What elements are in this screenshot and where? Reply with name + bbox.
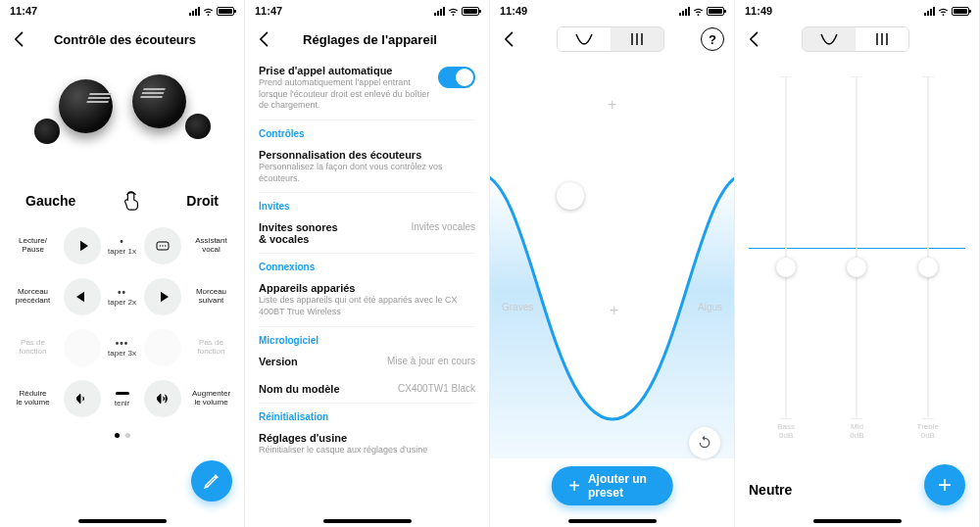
edit-fab[interactable] bbox=[191, 460, 232, 502]
back-icon[interactable] bbox=[500, 29, 519, 49]
bass-label: Graves bbox=[502, 302, 533, 312]
left-tap1-button[interactable] bbox=[64, 227, 101, 264]
plus-mid-icon: + bbox=[610, 302, 618, 319]
seg-sliders-icon bbox=[856, 27, 908, 51]
slider-thumb[interactable] bbox=[776, 258, 796, 277]
slider-thumb[interactable] bbox=[918, 258, 938, 277]
home-indicator[interactable] bbox=[78, 519, 167, 523]
seg-curve-icon bbox=[803, 27, 856, 51]
svg-point-3 bbox=[165, 245, 166, 246]
page-indicator[interactable] bbox=[0, 433, 244, 438]
screen-device-settings: 11:47 Réglages de l'appareil Prise d'app… bbox=[245, 0, 490, 527]
settings-list: Prise d'appel automatique Prend automati… bbox=[245, 57, 489, 527]
eq-handle[interactable] bbox=[557, 182, 584, 210]
status-bar: 11:47 bbox=[245, 0, 489, 22]
left-tap2-button[interactable] bbox=[64, 278, 101, 315]
slider-treble[interactable]: Treble0dB bbox=[908, 76, 948, 449]
status-time: 11:47 bbox=[255, 5, 282, 17]
screen-eq-curve: 11:49 ? + + Graves Aigus bbox=[490, 0, 735, 527]
earbuds-image bbox=[20, 65, 225, 172]
cell-signal-icon bbox=[679, 7, 690, 16]
row-customize-controls[interactable]: Personnalisation des écouteurs Personnal… bbox=[259, 141, 475, 193]
row-version[interactable]: Version Mise à jour en cours bbox=[259, 348, 475, 375]
seg-sliders-icon bbox=[611, 27, 663, 51]
slider-thumb[interactable] bbox=[847, 258, 866, 277]
status-bar: 11:49 bbox=[490, 0, 734, 22]
tap-icon bbox=[121, 190, 142, 212]
home-indicator[interactable] bbox=[323, 519, 412, 523]
battery-icon bbox=[707, 7, 724, 16]
eq-mode-segmented[interactable] bbox=[557, 26, 664, 52]
left-label: Gauche bbox=[25, 193, 75, 209]
eq-curve-area[interactable]: + + Graves Aigus + Ajouter un preset bbox=[490, 57, 734, 527]
reset-button[interactable] bbox=[689, 427, 720, 458]
home-indicator[interactable] bbox=[813, 519, 902, 523]
left-hold-button[interactable] bbox=[64, 380, 101, 417]
add-preset-button[interactable]: + Ajouter un preset bbox=[551, 466, 673, 505]
page-title: Réglages de l'appareil bbox=[280, 32, 460, 47]
setting-title: Personnalisation des écouteurs bbox=[259, 149, 475, 161]
tap-1x: •taper 1x bbox=[104, 236, 141, 256]
right-tap3-button[interactable] bbox=[144, 329, 181, 366]
setting-subtitle: Prend automatiquement l'appel entrant lo… bbox=[259, 77, 430, 112]
header: ? bbox=[490, 22, 734, 57]
setting-title: Réglages d'usine bbox=[259, 432, 475, 444]
toggle-auto-answer[interactable] bbox=[438, 67, 475, 88]
wifi-icon bbox=[448, 6, 459, 17]
slider-bass[interactable]: Bass0dB bbox=[766, 76, 806, 449]
header: Contrôle des écouteurs bbox=[0, 22, 244, 57]
seg-curve-icon bbox=[558, 27, 611, 51]
eq-mode-segmented[interactable] bbox=[802, 26, 909, 52]
status-time: 11:47 bbox=[10, 5, 37, 17]
action-label: Réduire le volume bbox=[6, 390, 61, 407]
home-indicator[interactable] bbox=[568, 519, 657, 523]
action-label: Assistant vocal bbox=[184, 237, 239, 255]
action-label: Lecture/ Pause bbox=[6, 237, 61, 255]
slider-mid[interactable]: Mid0dB bbox=[837, 76, 876, 449]
right-tap2-button[interactable] bbox=[144, 278, 181, 315]
left-tap3-button[interactable] bbox=[64, 329, 101, 366]
status-time: 11:49 bbox=[500, 5, 527, 17]
add-preset-fab[interactable]: + bbox=[924, 464, 965, 505]
section-controls: Contrôles bbox=[259, 120, 475, 141]
setting-value: Mise à jour en cours bbox=[387, 356, 475, 366]
status-time: 11:49 bbox=[745, 5, 772, 17]
reset-icon bbox=[697, 435, 712, 451]
setting-subtitle: Personnalisez la façon dont vous contrôl… bbox=[259, 162, 475, 184]
section-firmware: Micrologiciel bbox=[259, 327, 475, 348]
section-connections: Connexions bbox=[259, 254, 475, 274]
setting-title: Prise d'appel automatique bbox=[259, 65, 430, 76]
setting-title: Appareils appariés bbox=[259, 282, 475, 294]
back-icon[interactable] bbox=[10, 29, 29, 49]
setting-subtitle: Réinitialiser le casque aux réglages d'u… bbox=[259, 445, 475, 456]
preset-name: Neutre bbox=[749, 482, 792, 498]
battery-icon bbox=[462, 7, 479, 16]
plus-icon: + bbox=[568, 476, 580, 496]
plus-icon: + bbox=[938, 471, 952, 499]
row-voice-prompts[interactable]: Invites sonores & vocales Invites vocale… bbox=[259, 214, 475, 254]
header bbox=[735, 22, 979, 57]
section-reset: Réinitialisation bbox=[259, 404, 475, 424]
status-indicators bbox=[189, 6, 234, 17]
side-labels: Gauche Droit bbox=[25, 190, 219, 212]
tap-2x: ••taper 2x bbox=[104, 287, 141, 307]
setting-title: Version bbox=[259, 356, 298, 367]
right-label: Droit bbox=[186, 193, 219, 209]
action-label: Morceau suivant bbox=[184, 288, 239, 306]
row-auto-answer[interactable]: Prise d'appel automatique Prend automati… bbox=[259, 57, 475, 120]
battery-icon bbox=[217, 7, 234, 16]
page-title: Contrôle des écouteurs bbox=[35, 32, 215, 47]
back-icon[interactable] bbox=[255, 29, 274, 49]
action-label: Augmenter le volume bbox=[184, 390, 239, 407]
action-label: Pas de fonction bbox=[184, 339, 239, 357]
back-icon[interactable] bbox=[745, 29, 764, 49]
earbud-right-image bbox=[132, 74, 211, 148]
setting-title: Invites sonores & vocales bbox=[259, 221, 338, 245]
right-hold-button[interactable] bbox=[144, 380, 181, 417]
row-paired-devices[interactable]: Appareils appariés Liste des appareils q… bbox=[259, 274, 475, 326]
action-label: Morceau précédant bbox=[6, 288, 61, 306]
right-tap1-button[interactable] bbox=[144, 227, 181, 264]
help-button[interactable]: ? bbox=[701, 27, 724, 51]
row-factory-reset[interactable]: Réglages d'usine Réinitialiser le casque… bbox=[259, 424, 475, 464]
battery-icon bbox=[952, 7, 969, 16]
